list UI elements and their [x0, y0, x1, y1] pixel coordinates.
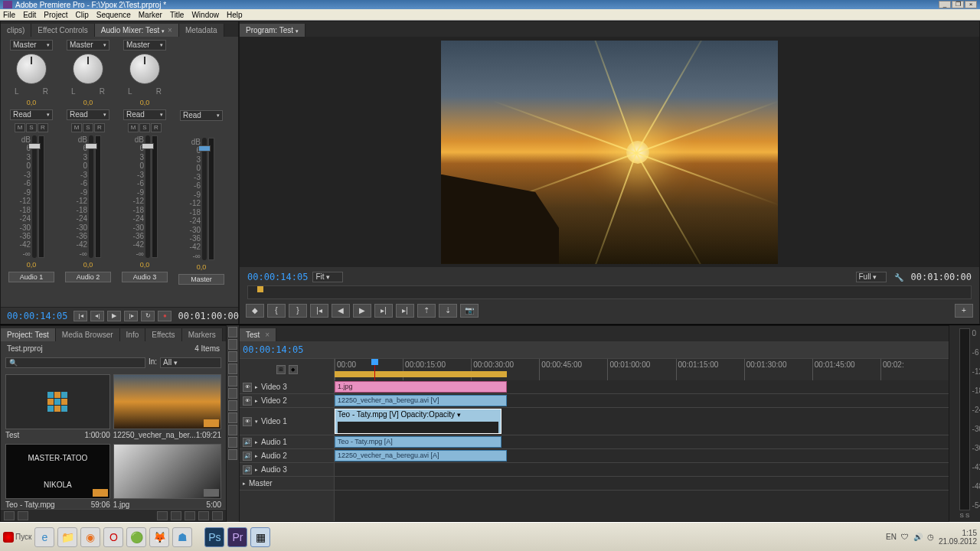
- start-button[interactable]: Пуск: [3, 532, 31, 543]
- wrench-icon[interactable]: 🔧: [894, 273, 903, 282]
- step-back-button[interactable]: ◂|: [90, 311, 104, 321]
- m-button[interactable]: M: [128, 123, 139, 132]
- maximize-button[interactable]: ❐: [952, 1, 964, 8]
- bin-item-sequence[interactable]: Test1:00:00: [5, 374, 110, 441]
- mixer-timecode-in[interactable]: 00:00:14:05: [7, 311, 67, 321]
- output-dropdown[interactable]: Master▾: [67, 40, 109, 51]
- step-fwd-button[interactable]: ▸|: [374, 304, 393, 318]
- r-button[interactable]: R: [94, 123, 105, 132]
- menu-help[interactable]: Help: [227, 11, 243, 19]
- taskbar-explorer-icon[interactable]: 📁: [57, 527, 77, 547]
- track-select-tool[interactable]: [228, 339, 237, 350]
- taskbar-chrome-icon[interactable]: 🟢: [126, 527, 146, 547]
- icon-view-button[interactable]: [18, 511, 28, 520]
- step-back-button[interactable]: ◀: [332, 304, 350, 318]
- track-head-v2[interactable]: 👁▸Video 2: [240, 394, 334, 408]
- taskbar-opera-icon[interactable]: O: [103, 527, 123, 547]
- time-ruler[interactable]: 00:0000:00:15:00 00:00:30:0000:00:45:00 …: [335, 359, 949, 380]
- output-dropdown[interactable]: Master▾: [10, 40, 53, 51]
- hand-tool[interactable]: [228, 437, 237, 448]
- goto-out-button[interactable]: ▸|: [396, 304, 414, 318]
- pan-knob[interactable]: [16, 54, 47, 84]
- record-button[interactable]: ●: [158, 311, 172, 321]
- snap-button[interactable]: ⊞: [276, 365, 286, 374]
- automation-dropdown[interactable]: Read▾: [10, 109, 53, 120]
- delete-button[interactable]: [212, 511, 223, 520]
- m-button[interactable]: M: [15, 123, 25, 132]
- taskbar-app[interactable]: ▦: [250, 527, 270, 547]
- taskbar-wmp-icon[interactable]: ◉: [80, 527, 100, 547]
- extract-button[interactable]: ⇣: [439, 304, 457, 318]
- s-button[interactable]: S: [83, 123, 93, 132]
- volume-fader[interactable]: [32, 135, 37, 258]
- loop-button[interactable]: ↻: [141, 311, 155, 321]
- search-input[interactable]: [5, 357, 145, 368]
- lift-button[interactable]: ⇡: [417, 304, 436, 318]
- clip-a2[interactable]: 12250_vecher_na_beregu.avi [A]: [335, 450, 507, 461]
- taskbar-ie-icon[interactable]: e: [34, 527, 54, 547]
- r-button[interactable]: R: [38, 123, 48, 132]
- menu-edit[interactable]: Edit: [23, 11, 36, 19]
- marker-button[interactable]: ◆: [289, 365, 298, 374]
- program-scrubber[interactable]: [247, 285, 972, 299]
- clip-v2[interactable]: 12250_vecher_na_beregu.avi [V]: [335, 395, 507, 406]
- taskbar-premiere[interactable]: Pr: [227, 527, 247, 547]
- tab-project[interactable]: Project: Test: [1, 328, 56, 341]
- automation-dropdown[interactable]: Read▾: [67, 109, 109, 120]
- menu-window[interactable]: Window: [191, 11, 219, 19]
- ripple-tool[interactable]: [228, 351, 237, 362]
- tab-media-browser[interactable]: Media Browser: [56, 328, 120, 341]
- list-view-button[interactable]: [4, 511, 15, 520]
- clip-v3[interactable]: 1.jpg: [335, 381, 507, 393]
- clip-v1[interactable]: Teo - Taty.mpg [V] Opacity:Opacity ▾: [335, 409, 501, 434]
- m-button[interactable]: M: [71, 123, 82, 132]
- tray-icon[interactable]: 🔊: [913, 533, 923, 541]
- zoom-tool[interactable]: [228, 449, 237, 460]
- timeline-timecode[interactable]: 00:00:14:05: [243, 344, 303, 355]
- track-head-master[interactable]: ▸Master: [240, 477, 334, 491]
- find-button[interactable]: [171, 511, 181, 520]
- menu-project[interactable]: Project: [44, 11, 67, 19]
- tab-effects[interactable]: Effects: [145, 328, 181, 341]
- export-frame-button[interactable]: 📷: [460, 304, 479, 318]
- rate-stretch-tool[interactable]: [228, 376, 237, 386]
- track-head-a2[interactable]: 🔊▸Audio 2: [240, 449, 334, 463]
- play-button[interactable]: ▶: [107, 311, 121, 321]
- add-marker-button[interactable]: ◆: [246, 304, 264, 318]
- output-dropdown[interactable]: Master▾: [123, 40, 166, 51]
- s-button[interactable]: S: [26, 123, 37, 132]
- new-bin-button[interactable]: [185, 511, 195, 520]
- clock[interactable]: 1:1521.09.2012: [939, 529, 977, 546]
- goto-in-button[interactable]: |◂: [310, 304, 328, 318]
- selection-tool[interactable]: [228, 327, 237, 337]
- r-button[interactable]: R: [151, 123, 162, 132]
- tab-markers[interactable]: Markers: [182, 328, 223, 341]
- tab-info[interactable]: Info: [120, 328, 146, 341]
- step-fwd-button[interactable]: |▸: [124, 311, 138, 321]
- mark-out-button[interactable]: }: [289, 304, 307, 318]
- close-button[interactable]: ×: [965, 1, 977, 8]
- s-button[interactable]: S: [139, 123, 150, 132]
- tab-metadata[interactable]: Metadata: [179, 24, 224, 37]
- automation-dropdown[interactable]: Read▾: [180, 110, 223, 121]
- pan-knob[interactable]: [73, 54, 103, 84]
- menu-clip[interactable]: Clip: [75, 11, 88, 19]
- razor-tool[interactable]: [228, 388, 237, 399]
- zoom-fit-dropdown[interactable]: Fit ▾: [312, 272, 343, 282]
- tray-icon[interactable]: ◷: [927, 533, 934, 541]
- tab-program[interactable]: Program: Test ▾: [240, 24, 305, 37]
- tab-audio-mixer[interactable]: Audio Mixer: Test ▾×: [95, 24, 179, 37]
- track-head-a1[interactable]: 🔊▸Audio 1: [240, 435, 334, 449]
- taskbar-photoshop[interactable]: Ps: [204, 527, 224, 547]
- volume-fader[interactable]: [89, 135, 93, 258]
- rolling-tool[interactable]: [228, 364, 237, 374]
- resolution-dropdown[interactable]: Full ▾: [856, 272, 887, 282]
- slide-tool[interactable]: [228, 412, 237, 423]
- taskbar-firefox-icon[interactable]: 🦊: [149, 527, 169, 547]
- minimize-button[interactable]: _: [939, 1, 951, 8]
- menu-file[interactable]: File: [3, 11, 15, 19]
- mark-in-button[interactable]: {: [267, 304, 286, 318]
- automation-dropdown[interactable]: Read▾: [123, 109, 166, 120]
- pen-tool[interactable]: [228, 425, 237, 435]
- taskbar-unknown-icon[interactable]: ☗: [172, 527, 192, 547]
